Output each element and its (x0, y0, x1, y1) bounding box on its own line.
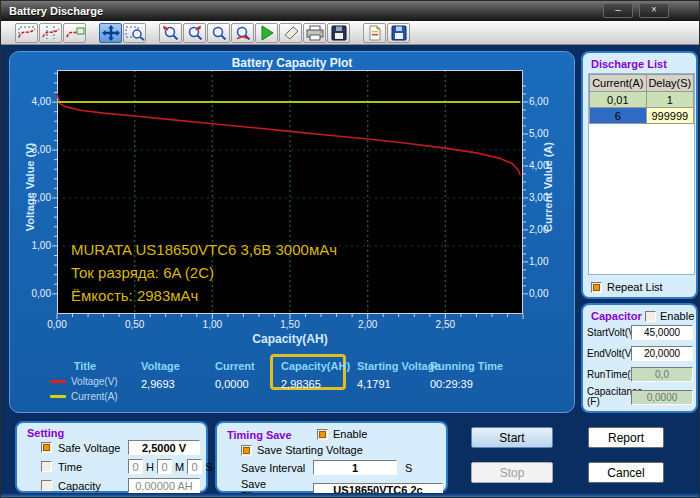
zoom-tool-button[interactable] (207, 23, 230, 43)
close-button[interactable]: × (639, 3, 669, 18)
capacity-header: Capacity(AH) (281, 360, 351, 372)
discharge-list-panel: Discharge List Current(A) Delay(S) 0,01 … (581, 51, 698, 299)
cell-delay-0[interactable]: 1 (646, 92, 693, 108)
pan-icon (102, 25, 120, 41)
startvolt-field[interactable] (631, 325, 693, 340)
table-row[interactable]: 6 999999 (590, 108, 694, 124)
time-checkbox[interactable] (41, 461, 52, 472)
current-legend-label: Current(A) (71, 391, 118, 402)
col-delay-header[interactable]: Delay(S) (646, 75, 693, 92)
timing-enable-checkbox[interactable] (317, 429, 328, 440)
zoom-out-icon (186, 25, 204, 41)
table-row[interactable]: 0,01 1 (590, 92, 694, 108)
save-data-icon (391, 25, 407, 41)
print-tool-button[interactable] (303, 23, 326, 43)
discharge-table-header-row: Current(A) Delay(S) (590, 75, 694, 92)
window-bottom-edge (1, 493, 699, 497)
startvolt-label: StartVolt(V) (587, 328, 631, 338)
curve-style-tool-button[interactable] (15, 23, 38, 43)
pan-tool-button[interactable] (99, 23, 122, 43)
col-current-header[interactable]: Current(A) (590, 75, 647, 92)
report-button[interactable]: Report (588, 427, 664, 448)
readout-title-header: Title (50, 360, 120, 372)
time-seconds-field[interactable] (187, 459, 202, 474)
curve-legend-tool-button[interactable] (63, 23, 86, 43)
save-interval-field[interactable] (313, 460, 397, 475)
discharge-table: Current(A) Delay(S) 0,01 1 6 999999 (589, 74, 694, 124)
time-minutes-field[interactable] (157, 459, 172, 474)
cancel-button[interactable]: Cancel (588, 462, 664, 483)
timing-save-title: Timing Save (227, 429, 292, 441)
timing-enable-row: Enable (317, 428, 367, 440)
new-report-icon (367, 25, 383, 41)
cell-current-1-selected[interactable]: 6 (590, 108, 647, 124)
cell-current-0[interactable]: 0,01 (590, 92, 647, 108)
window-title: Battery Discharge (1, 5, 103, 17)
readout-voltage: Voltage 2,9693 (141, 360, 205, 390)
tick-label: 0,50 (115, 319, 155, 330)
time-row: Time H M S (41, 459, 212, 474)
runtime-row: RunTime(S) (587, 367, 696, 382)
repeat-list-label: Repeat List (607, 281, 663, 293)
title-bar: Battery Discharge (1, 1, 699, 21)
annotation-line-1: MURATA US18650VTC6 3,6В 3000мАч (71, 238, 337, 261)
plot-annotation: MURATA US18650VTC6 3,6В 3000мАч Ток разр… (71, 238, 337, 307)
save-tool-button[interactable] (327, 23, 350, 43)
readout-legend-block: Title Voltage(V) Current(A) (50, 360, 140, 402)
safe-voltage-field[interactable] (128, 440, 200, 455)
voltage-header: Voltage (141, 360, 205, 372)
y-left-axis-title: Voltage Value (V) (24, 107, 36, 267)
running-time-header: Running Time (430, 360, 514, 372)
capacity-limit-field[interactable] (128, 478, 200, 493)
legend-item-voltage: Voltage(V) (50, 376, 140, 387)
capacitance-row: Capacitance (F) (587, 387, 696, 407)
tick-label: 0,00 (19, 288, 51, 299)
plot-area[interactable]: MURATA US18650VTC6 3,6В 3000мАч Ток разр… (57, 70, 523, 314)
chart-title: Battery Capacity Plot (10, 56, 574, 70)
annotation-line-2: Ток разряда: 6A (2C) (71, 261, 337, 284)
capacitor-enable-label: Enable (660, 310, 694, 322)
save-data-tool-button[interactable] (387, 23, 410, 43)
zoom-out-tool-button[interactable] (183, 23, 206, 43)
start-button[interactable]: Start (471, 427, 553, 448)
curve-points-tool-button[interactable] (39, 23, 62, 43)
discharge-list-title: Discharge List (591, 58, 667, 70)
cell-delay-1[interactable]: 999999 (646, 108, 693, 124)
time-hours-field[interactable] (128, 459, 143, 474)
voltage-legend-label: Voltage(V) (71, 376, 118, 387)
new-report-tool-button[interactable] (363, 23, 386, 43)
zoom-undo-tool-button[interactable] (231, 23, 254, 43)
repeat-list-checkbox[interactable] (591, 282, 602, 293)
run-tool-button[interactable] (255, 23, 278, 43)
safe-voltage-checkbox[interactable] (41, 442, 52, 453)
save-starting-voltage-row: Save Starting Voltage (241, 444, 363, 456)
erase-tool-button[interactable] (279, 23, 302, 43)
seconds-unit-label: S (205, 461, 212, 473)
current-header: Current (215, 360, 279, 372)
tick-label: 2,50 (425, 319, 465, 330)
voltage-value: 2,9693 (141, 378, 205, 390)
zoom-in-tool-button[interactable] (159, 23, 182, 43)
current-value: 0,0000 (215, 378, 279, 390)
save-interval-unit: S (405, 462, 412, 474)
capacity-checkbox[interactable] (41, 480, 52, 491)
running-time-value: 00:29:39 (430, 378, 514, 390)
repeat-list-row: Repeat List (591, 281, 663, 293)
runtime-field (631, 367, 693, 382)
capacity-label: Capacity (58, 480, 122, 492)
tick-label: 1,50 (270, 319, 310, 330)
play-icon (259, 25, 275, 41)
capacitor-panel: Capacitor Enable StartVolt(V) EndVolt(V)… (581, 303, 698, 413)
zoom-icon (210, 25, 228, 41)
capacitor-enable-checkbox[interactable] (645, 311, 656, 322)
discharge-list-box[interactable]: Current(A) Delay(S) 0,01 1 6 999999 (588, 73, 695, 275)
capacity-row: Capacity (41, 478, 200, 493)
endvolt-field[interactable] (631, 346, 693, 361)
save-starting-voltage-checkbox[interactable] (241, 445, 252, 456)
x-axis-title: Capacity(AH) (57, 332, 523, 346)
capacitance-label: Capacitance (F) (587, 387, 631, 407)
zoom-select-tool-button[interactable] (123, 23, 146, 43)
stop-button[interactable]: Stop (471, 462, 553, 483)
save-interval-row: Save Interval S (241, 460, 412, 475)
minimize-button[interactable]: – (603, 3, 633, 18)
